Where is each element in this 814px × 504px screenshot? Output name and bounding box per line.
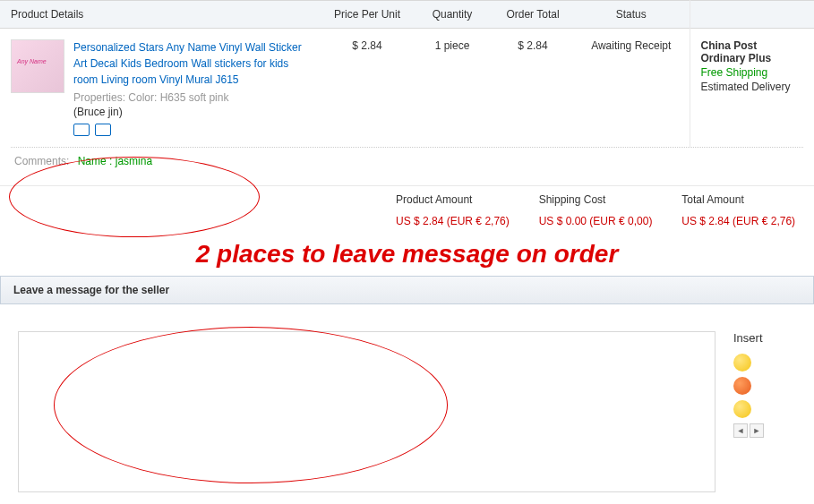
emoji-wink-icon[interactable] xyxy=(733,400,751,418)
item-total: $ 2.84 xyxy=(493,29,573,148)
header-shipping xyxy=(690,1,814,29)
total-amount-label: Total Amount xyxy=(681,193,803,206)
comments-row: Comments: Name : jasmina xyxy=(0,148,814,185)
product-properties: Properties: Color: H635 soft pink xyxy=(73,91,312,104)
comments-label: Comments: xyxy=(14,155,69,167)
shipping-method: China Post Ordinary Plus xyxy=(701,39,804,64)
truck-icon[interactable] xyxy=(73,124,90,136)
emoji-laugh-icon[interactable] xyxy=(733,377,751,395)
free-shipping-label: Free Shipping xyxy=(701,66,804,79)
order-item-row: Personalized Stars Any Name Vinyl Wall S… xyxy=(0,29,814,148)
product-seller: (Bruce jin) xyxy=(73,106,312,118)
shipping-cost-label: Shipping Cost xyxy=(539,193,661,206)
product-thumbnail[interactable] xyxy=(11,39,64,93)
product-amount-label: Product Amount xyxy=(396,193,518,206)
table-header-row: Product Details Price Per Unit Quantity … xyxy=(0,1,814,29)
emoji-smile-icon[interactable] xyxy=(733,354,751,372)
header-price: Price Per Unit xyxy=(322,1,412,29)
header-product: Product Details xyxy=(0,1,322,29)
total-amount-value: US $ 2.84 (EUR € 2,76) xyxy=(681,215,803,227)
message-section: Leave a message for the seller Insert ◄ … xyxy=(0,276,814,501)
emoji-prev-button[interactable]: ◄ xyxy=(733,423,748,438)
item-price: $ 2.84 xyxy=(322,29,412,148)
seller-message-textarea[interactable] xyxy=(18,331,715,492)
header-status: Status xyxy=(573,1,690,29)
card-icon[interactable] xyxy=(95,124,111,136)
comments-value: Name : jasmina xyxy=(78,155,152,167)
item-status: Awaiting Receipt xyxy=(573,29,690,148)
shipping-cost-value: US $ 0.00 (EUR € 0,00) xyxy=(539,215,661,227)
estimated-delivery: Estimated Delivery xyxy=(701,81,804,93)
product-amount-value: US $ 2.84 (EUR € 2,76) xyxy=(396,215,518,227)
annotation-overlay-text: 2 places to leave message on order xyxy=(0,235,814,274)
header-total: Order Total xyxy=(493,1,573,29)
order-items-table: Product Details Price Per Unit Quantity … xyxy=(0,0,814,147)
message-header: Leave a message for the seller xyxy=(0,276,814,304)
header-qty: Quantity xyxy=(412,1,493,29)
product-title-link[interactable]: Personalized Stars Any Name Vinyl Wall S… xyxy=(73,39,312,88)
emoji-panel: Insert ◄ ► xyxy=(733,331,796,492)
emoji-insert-label: Insert xyxy=(733,331,796,345)
totals-section: Product Amount US $ 2.84 (EUR € 2,76) Sh… xyxy=(0,185,814,235)
emoji-next-button[interactable]: ► xyxy=(750,423,764,438)
item-qty: 1 piece xyxy=(412,29,493,148)
